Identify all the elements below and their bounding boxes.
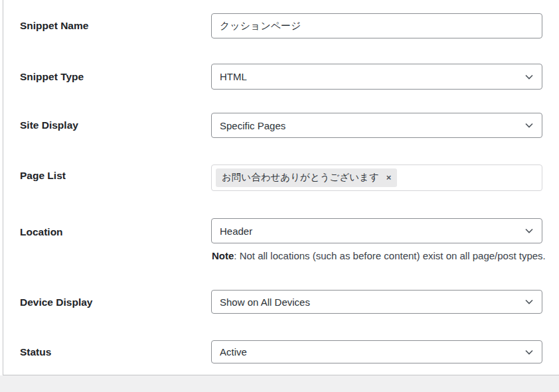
location-note-bold: Note	[212, 250, 234, 261]
location-note-text: : Not all locations (such as before cont…	[234, 250, 545, 261]
remove-tag-icon[interactable]: ×	[386, 173, 392, 182]
chevron-down-icon	[524, 72, 534, 82]
page-list-label: Page List	[20, 169, 66, 182]
chevron-down-icon	[524, 226, 534, 236]
location-note: Note: Not all locations (such as before …	[212, 249, 546, 263]
page-tag-label: お問い合わせありがとうございます	[222, 172, 379, 183]
snippet-name-input[interactable]	[211, 13, 542, 38]
status-label: Status	[20, 346, 51, 358]
status-value: Active	[220, 346, 247, 358]
snippet-name-label: Snippet Name	[20, 19, 88, 32]
page-list-field[interactable]: お問い合わせありがとうございます ×	[211, 164, 542, 191]
snippet-type-label: Snippet Type	[20, 70, 84, 83]
snippet-type-value: HTML	[220, 71, 247, 82]
site-display-value: Specific Pages	[220, 120, 285, 131]
chevron-down-icon	[524, 347, 534, 358]
location-label: Location	[20, 226, 63, 238]
site-display-select[interactable]: Specific Pages	[211, 113, 542, 138]
site-display-label: Site Display	[20, 119, 78, 131]
device-display-select[interactable]: Show on All Devices	[211, 290, 542, 314]
location-select[interactable]: Header	[211, 218, 542, 243]
snippet-type-select[interactable]: HTML	[211, 64, 542, 90]
chevron-down-icon	[524, 296, 534, 307]
status-select[interactable]: Active	[211, 340, 542, 363]
device-display-value: Show on All Devices	[220, 296, 310, 308]
device-display-label: Device Display	[20, 296, 92, 308]
page-tag: お問い合わせありがとうございます ×	[216, 168, 397, 186]
admin-background-strip	[0, 375, 559, 392]
location-value: Header	[220, 226, 252, 237]
chevron-down-icon	[524, 120, 534, 131]
